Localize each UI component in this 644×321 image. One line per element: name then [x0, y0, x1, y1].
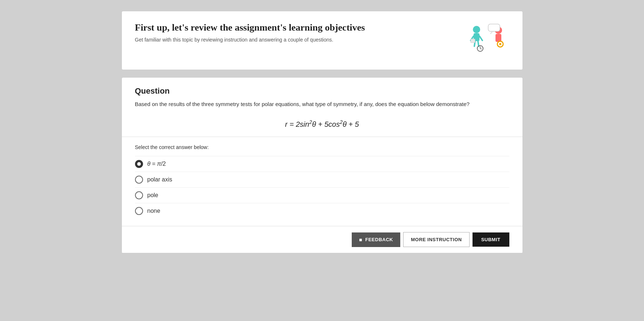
answer-text-4: none — [147, 208, 161, 214]
radio-inner-1 — [137, 162, 141, 166]
svg-marker-10 — [490, 31, 493, 34]
answers-section: Select the correct answer below: θ = π/2… — [122, 137, 522, 226]
svg-line-3 — [479, 36, 482, 40]
feedback-icon: ■ — [359, 237, 362, 243]
answer-option-2[interactable]: polar axis — [135, 172, 509, 187]
objectives-subtitle: Get familiar with this topic by reviewin… — [135, 37, 458, 43]
select-label: Select the correct answer below: — [135, 144, 509, 150]
card-footer: ■ FEEDBACK MORE INSTRUCTION SUBMIT — [122, 226, 522, 253]
objectives-illustration — [466, 22, 509, 59]
svg-point-0 — [473, 26, 480, 33]
submit-label: SUBMIT — [481, 237, 501, 242]
question-equation: r = 2sin2θ + 5cos2θ + 5 — [135, 116, 509, 131]
equation-text: r = 2sin2θ + 5cos2θ + 5 — [285, 120, 359, 128]
question-label: Question — [135, 86, 509, 96]
feedback-label: FEEDBACK — [365, 237, 393, 242]
radio-button-3[interactable] — [135, 191, 143, 199]
radio-button-2[interactable] — [135, 176, 143, 184]
objectives-card: First up, let's review the assignment's … — [122, 11, 523, 70]
feedback-button[interactable]: ■ FEEDBACK — [352, 232, 400, 247]
objectives-title: First up, let's review the assignment's … — [135, 22, 458, 33]
question-text: Based on the results of the three symmet… — [135, 100, 509, 109]
submit-button[interactable]: SUBMIT — [473, 232, 509, 247]
answer-text-1: θ = π/2 — [147, 161, 166, 167]
more-instruction-button[interactable]: MORE INSTRUCTION — [403, 232, 469, 247]
answer-option-4[interactable]: none — [135, 203, 509, 219]
answer-text-2: polar axis — [147, 176, 172, 183]
radio-button-1[interactable] — [135, 160, 143, 168]
illustration-svg — [466, 22, 509, 59]
svg-rect-6 — [471, 39, 475, 43]
more-instruction-label: MORE INSTRUCTION — [411, 237, 462, 242]
objectives-text: First up, let's review the assignment's … — [135, 22, 458, 43]
main-container: First up, let's review the assignment's … — [122, 11, 523, 253]
svg-rect-9 — [488, 24, 500, 31]
question-card: Question Based on the results of the thr… — [122, 77, 523, 253]
answer-text-3: pole — [147, 192, 158, 199]
svg-line-15 — [480, 48, 482, 49]
answer-option-3[interactable]: pole — [135, 187, 509, 203]
svg-line-5 — [478, 41, 479, 46]
answer-option-1[interactable]: θ = π/2 — [135, 156, 509, 172]
question-header: Question Based on the results of the thr… — [122, 78, 522, 137]
svg-point-12 — [499, 43, 501, 45]
radio-button-4[interactable] — [135, 207, 143, 215]
